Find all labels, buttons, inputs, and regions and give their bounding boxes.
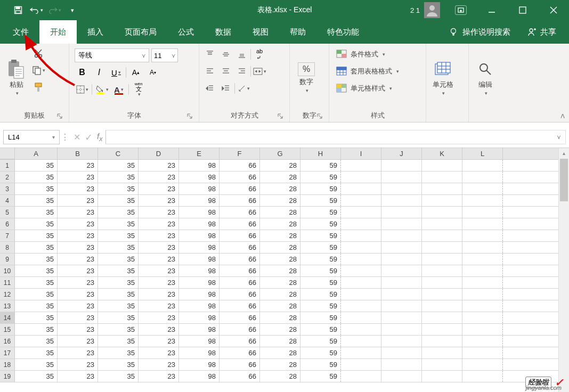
cell[interactable]: 35 — [15, 160, 58, 171]
cell[interactable]: 23 — [139, 312, 179, 323]
cell[interactable] — [462, 195, 503, 206]
row-header[interactable]: 19 — [0, 371, 15, 382]
formula-bar-input[interactable]: ⋎ — [105, 130, 566, 144]
cell[interactable] — [462, 207, 503, 218]
number-format-button[interactable]: % 数字 ▾ — [293, 46, 320, 109]
cell[interactable] — [381, 218, 422, 230]
cell[interactable]: 28 — [260, 195, 300, 206]
cell[interactable]: 23 — [58, 359, 98, 370]
cell[interactable] — [341, 195, 381, 206]
cell[interactable]: 23 — [58, 289, 98, 300]
cell[interactable]: 66 — [220, 289, 260, 300]
cell[interactable]: 59 — [300, 195, 341, 206]
cell[interactable] — [381, 265, 422, 276]
cell[interactable] — [462, 230, 503, 241]
cell[interactable]: 35 — [15, 347, 58, 358]
column-header[interactable]: D — [139, 148, 179, 159]
minimize-button[interactable] — [476, 0, 507, 20]
italic-button[interactable]: I — [92, 65, 107, 80]
cell[interactable]: 59 — [300, 218, 341, 230]
cell[interactable] — [422, 324, 462, 335]
cell[interactable] — [341, 324, 381, 335]
cell[interactable]: 23 — [139, 359, 179, 370]
tab-insert[interactable]: 插入 — [77, 20, 114, 44]
cell[interactable]: 23 — [139, 230, 179, 241]
font-color-button[interactable]: A▾ — [111, 82, 126, 97]
cell[interactable] — [381, 183, 422, 194]
cell[interactable]: 66 — [220, 195, 260, 206]
vertical-scrollbar[interactable]: ▴ — [558, 148, 569, 392]
cell[interactable]: 35 — [98, 195, 139, 206]
cell[interactable] — [381, 160, 422, 171]
cell[interactable]: 35 — [98, 289, 139, 300]
cell[interactable]: 28 — [260, 359, 300, 370]
cell[interactable] — [422, 242, 462, 253]
row-header[interactable]: 3 — [0, 183, 15, 194]
cell[interactable] — [422, 207, 462, 218]
cell[interactable]: 35 — [15, 183, 58, 194]
undo-button[interactable]: ▾ — [28, 2, 45, 18]
cell[interactable]: 28 — [260, 160, 300, 171]
qat-customize[interactable]: ▾ — [64, 2, 81, 18]
cell[interactable]: 59 — [300, 160, 341, 171]
cell[interactable]: 23 — [58, 336, 98, 347]
cell[interactable]: 28 — [260, 300, 300, 312]
cell[interactable]: 35 — [98, 265, 139, 276]
cell[interactable]: 23 — [139, 277, 179, 288]
column-header[interactable]: J — [381, 148, 422, 159]
row-header[interactable]: 11 — [0, 277, 15, 288]
cell[interactable]: 59 — [300, 172, 341, 183]
cell[interactable] — [462, 277, 503, 288]
close-button[interactable] — [538, 0, 569, 20]
cell[interactable]: 23 — [139, 254, 179, 265]
cell[interactable]: 35 — [98, 347, 139, 358]
row-header[interactable]: 17 — [0, 347, 15, 358]
cell[interactable]: 23 — [139, 172, 179, 183]
cell[interactable]: 35 — [98, 359, 139, 370]
cell[interactable]: 35 — [98, 312, 139, 323]
font-size-select[interactable]: 11⋎ — [151, 48, 178, 62]
cell[interactable] — [422, 277, 462, 288]
cell[interactable]: 35 — [15, 242, 58, 253]
cell[interactable] — [381, 172, 422, 183]
cell[interactable]: 35 — [15, 336, 58, 347]
tab-formulas[interactable]: 公式 — [167, 20, 205, 44]
grow-font-button[interactable]: A▴ — [128, 65, 143, 80]
cell[interactable] — [341, 289, 381, 300]
cell[interactable]: 66 — [220, 207, 260, 218]
cell[interactable]: 59 — [300, 207, 341, 218]
cell[interactable]: 23 — [58, 183, 98, 194]
column-header[interactable]: G — [260, 148, 300, 159]
decrease-indent-button[interactable] — [202, 81, 217, 96]
cell[interactable] — [381, 277, 422, 288]
cell[interactable]: 66 — [220, 371, 260, 382]
cell[interactable]: 66 — [220, 230, 260, 241]
cell[interactable]: 23 — [139, 300, 179, 312]
cell[interactable] — [381, 230, 422, 241]
cell[interactable]: 35 — [15, 277, 58, 288]
cell[interactable]: 23 — [139, 347, 179, 358]
wrap-text-button[interactable]: ab⤶ — [252, 47, 267, 62]
cell[interactable]: 98 — [179, 359, 220, 370]
row-header[interactable]: 4 — [0, 195, 15, 206]
conditional-formatting-button[interactable]: 条件格式▾ — [336, 47, 399, 62]
cell[interactable] — [341, 300, 381, 312]
cell[interactable]: 35 — [98, 324, 139, 335]
cell[interactable]: 66 — [220, 336, 260, 347]
fill-color-button[interactable]: ▾ — [94, 82, 109, 97]
cell[interactable]: 98 — [179, 300, 220, 312]
cell[interactable]: 23 — [139, 183, 179, 194]
cell[interactable]: 23 — [58, 265, 98, 276]
cell[interactable]: 23 — [58, 254, 98, 265]
cell[interactable]: 98 — [179, 172, 220, 183]
cell[interactable] — [341, 160, 381, 171]
cell[interactable]: 35 — [15, 207, 58, 218]
tell-me-search[interactable]: 操作说明搜索 — [442, 27, 517, 37]
cell[interactable] — [422, 230, 462, 241]
cell[interactable]: 35 — [98, 207, 139, 218]
cell[interactable]: 28 — [260, 172, 300, 183]
cell[interactable] — [462, 300, 503, 312]
align-top-button[interactable] — [202, 47, 217, 62]
column-header[interactable]: I — [341, 148, 381, 159]
cell[interactable]: 28 — [260, 347, 300, 358]
